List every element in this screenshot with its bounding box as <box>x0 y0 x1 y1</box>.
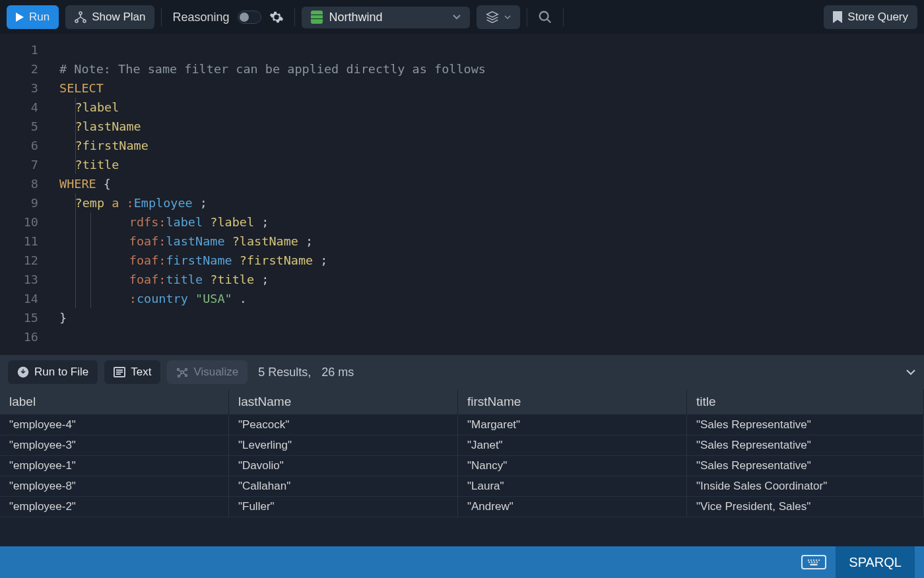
code-area[interactable]: # Note: The same filter can be applied d… <box>48 35 924 355</box>
table-body: "employee-4""Peacock""Margaret""Sales Re… <box>0 415 924 517</box>
table-row[interactable]: "employee-2""Fuller""Andrew""Vice Presid… <box>0 497 924 517</box>
chevron-down-icon[interactable] <box>906 369 916 375</box>
reasoning-toggle[interactable] <box>238 11 261 24</box>
line-number: 12 <box>0 251 38 270</box>
column-header[interactable]: lastName <box>229 389 458 415</box>
code-editor[interactable]: 12345678910111213141516 # Note: The same… <box>0 35 924 355</box>
table-header: labellastNamefirstNametitle <box>0 389 924 415</box>
code-line[interactable]: :country "USA" . <box>48 289 924 308</box>
line-number: 6 <box>0 136 38 155</box>
table-cell: "employee-2" <box>0 497 229 517</box>
table-cell: "employee-8" <box>0 476 229 497</box>
svg-rect-20 <box>810 564 817 565</box>
table-cell: "Sales Representative" <box>687 456 924 476</box>
table-cell: "Margaret" <box>458 415 687 435</box>
code-line[interactable]: foaf:title ?title ; <box>48 270 924 289</box>
table-row[interactable]: "employee-3""Leverling""Janet""Sales Rep… <box>0 435 924 456</box>
svg-point-16 <box>809 562 810 563</box>
table-cell: "Sales Representative" <box>687 415 924 435</box>
text-view-button[interactable]: Text <box>104 360 160 384</box>
line-number: 10 <box>0 212 38 232</box>
keyboard-icon[interactable] <box>801 555 826 569</box>
svg-point-19 <box>817 562 818 563</box>
reasoning-group: Reasoning <box>168 10 287 24</box>
run-to-file-button[interactable]: Run to File <box>8 360 98 384</box>
column-header[interactable]: label <box>0 389 229 415</box>
language-indicator[interactable]: SPARQL <box>836 546 915 578</box>
text-icon <box>114 367 125 377</box>
table-row[interactable]: "employee-4""Peacock""Margaret""Sales Re… <box>0 415 924 435</box>
main-toolbar: Run Show Plan Reasoning Northwind <box>0 0 924 35</box>
run-to-file-label: Run to File <box>34 366 88 379</box>
search-icon[interactable] <box>534 6 556 28</box>
toolbar-divider <box>161 8 162 26</box>
line-number: 3 <box>0 79 38 98</box>
database-selector[interactable]: Northwind <box>302 7 470 28</box>
code-line[interactable]: rdfs:label ?label ; <box>48 212 924 232</box>
code-line[interactable] <box>48 40 924 59</box>
code-line[interactable]: ?label <box>48 98 924 117</box>
gear-icon[interactable] <box>269 10 284 24</box>
svg-point-11 <box>808 560 810 561</box>
store-query-label: Store Query <box>847 11 908 24</box>
line-number: 13 <box>0 270 38 289</box>
play-icon <box>16 13 24 22</box>
line-number: 16 <box>0 327 38 346</box>
svg-point-3 <box>539 12 548 20</box>
show-plan-button[interactable]: Show Plan <box>65 5 154 29</box>
show-plan-label: Show Plan <box>92 11 145 24</box>
code-line[interactable]: foaf:firstName ?firstName ; <box>48 251 924 270</box>
graph-icon <box>176 366 188 378</box>
code-line[interactable]: ?emp a :Employee ; <box>48 193 924 212</box>
line-number: 9 <box>0 193 38 212</box>
database-icon <box>311 11 323 24</box>
results-count: 5 Results, <box>258 366 311 379</box>
visualize-button[interactable]: Visualize <box>167 360 248 384</box>
line-number: 1 <box>0 40 38 59</box>
run-button[interactable]: Run <box>7 5 59 29</box>
svg-point-14 <box>816 560 818 561</box>
table-cell: "Fuller" <box>229 497 458 517</box>
table-cell: "Sales Representative" <box>687 435 924 456</box>
code-line[interactable]: ?lastName <box>48 117 924 136</box>
run-button-label: Run <box>29 11 50 24</box>
code-line[interactable]: ?firstName <box>48 136 924 155</box>
column-header[interactable]: title <box>687 389 924 415</box>
chevron-down-icon <box>504 15 511 19</box>
code-line[interactable]: foaf:lastName ?lastName ; <box>48 232 924 251</box>
table-cell: "Callahan" <box>229 476 458 497</box>
svg-point-6 <box>181 371 183 373</box>
code-line[interactable]: # Note: The same filter can be applied d… <box>48 59 924 79</box>
plan-icon <box>75 11 86 23</box>
column-header[interactable]: firstName <box>458 389 687 415</box>
code-line[interactable]: WHERE { <box>48 174 924 193</box>
table-cell: "Nancy" <box>458 456 687 476</box>
layers-button[interactable] <box>477 5 520 29</box>
table-cell: "Andrew" <box>458 497 687 517</box>
svg-point-1 <box>75 20 78 22</box>
line-number: 7 <box>0 155 38 174</box>
store-query-button[interactable]: Store Query <box>824 5 917 29</box>
visualize-label: Visualize <box>193 366 238 379</box>
toolbar-divider <box>527 8 527 26</box>
table-cell: "Vice President, Sales" <box>687 497 924 517</box>
results-toolbar: Run to File Text Visualize 5 Results, 26… <box>0 355 924 389</box>
code-line[interactable]: ?title <box>48 155 924 174</box>
code-line[interactable]: } <box>48 308 924 327</box>
bookmark-icon <box>833 11 842 23</box>
table-cell: "employee-3" <box>0 435 229 456</box>
svg-point-2 <box>83 20 86 22</box>
svg-point-18 <box>814 562 816 563</box>
status-bar: SPARQL <box>0 546 924 578</box>
svg-point-15 <box>819 560 820 561</box>
code-line[interactable]: SELECT <box>48 79 924 98</box>
table-cell: "Davolio" <box>229 456 458 476</box>
line-number: 4 <box>0 98 38 117</box>
table-row[interactable]: "employee-8""Callahan""Laura""Inside Sal… <box>0 476 924 497</box>
code-line[interactable] <box>48 327 924 346</box>
reasoning-label: Reasoning <box>172 11 229 24</box>
toolbar-divider <box>563 8 564 26</box>
layers-icon <box>486 11 499 24</box>
table-row[interactable]: "employee-1""Davolio""Nancy""Sales Repre… <box>0 456 924 476</box>
svg-point-17 <box>812 562 813 563</box>
